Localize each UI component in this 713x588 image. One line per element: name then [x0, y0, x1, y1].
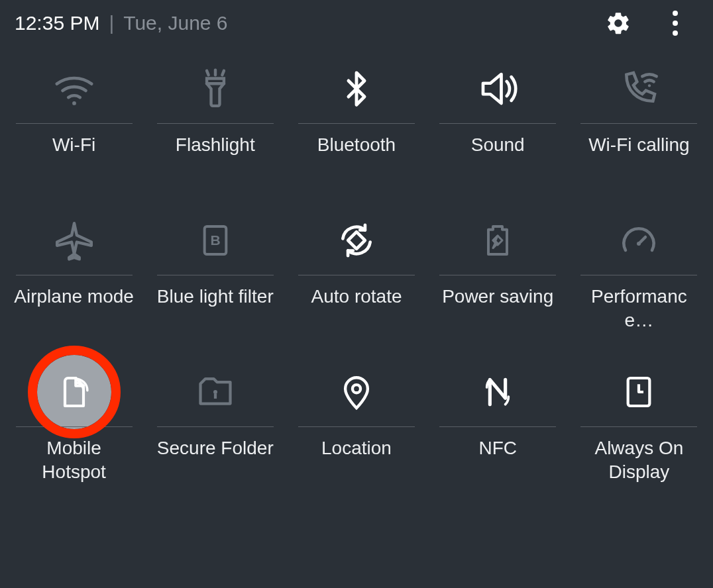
- clock-time: 12:35 PM: [15, 12, 99, 34]
- sound-icon: [476, 67, 520, 111]
- bluelight-icon: B: [197, 222, 234, 259]
- tile-bluelight[interactable]: B Blue light filter: [154, 207, 276, 332]
- tile-divider: [580, 123, 697, 124]
- location-icon: [337, 373, 376, 411]
- securefolder-icon: [195, 372, 235, 412]
- autorotate-icon: [336, 220, 377, 261]
- tile-airplane[interactable]: Airplane mode: [13, 207, 135, 332]
- tile-label[interactable]: NFC: [478, 436, 517, 484]
- tile-icon-wrap: [13, 359, 135, 425]
- tile-divider: [298, 275, 415, 275]
- svg-point-0: [72, 101, 76, 105]
- tile-divider: [439, 275, 556, 275]
- tile-label[interactable]: Power saving: [442, 285, 553, 332]
- tile-divider: [298, 426, 415, 427]
- svg-point-5: [648, 84, 651, 87]
- tile-powersaving[interactable]: Power saving: [437, 207, 559, 332]
- header-right: [604, 9, 694, 37]
- tile-label[interactable]: Location: [321, 436, 392, 484]
- tile-icon-wrap: [296, 207, 417, 273]
- tile-label[interactable]: Wi-Fi: [52, 133, 95, 181]
- svg-point-13: [353, 385, 360, 393]
- nfc-icon: [479, 373, 516, 411]
- settings-button[interactable]: [604, 9, 632, 37]
- tile-label[interactable]: Always On Display: [578, 436, 700, 484]
- tile-divider: [16, 426, 133, 427]
- tile-flashlight[interactable]: Flashlight: [154, 56, 276, 181]
- tile-divider: [580, 426, 697, 427]
- tile-icon-wrap: [437, 56, 559, 122]
- tile-divider: [157, 123, 274, 124]
- tile-wifi-calling[interactable]: Wi-Fi calling: [578, 56, 700, 181]
- tile-label[interactable]: Flashlight: [176, 133, 255, 181]
- tile-nfc[interactable]: NFC: [437, 359, 559, 484]
- svg-text:B: B: [210, 232, 220, 248]
- tile-icon-wrap: [13, 207, 135, 273]
- tile-icon-wrap: [437, 207, 559, 273]
- tile-icon-wrap: [437, 359, 559, 425]
- tile-label[interactable]: Airplane mode: [14, 285, 134, 332]
- performance-icon: [619, 220, 659, 260]
- tile-label[interactable]: Blue light filter: [157, 285, 274, 332]
- tile-icon-wrap: [154, 56, 276, 122]
- tile-wifi[interactable]: Wi-Fi: [13, 56, 135, 181]
- more-icon: [673, 11, 678, 16]
- tile-divider: [580, 275, 697, 275]
- tile-divider: [157, 275, 274, 275]
- tile-divider: [157, 426, 274, 427]
- tile-icon-wrap: [578, 207, 700, 273]
- quick-settings-grid: Wi-Fi Flashlight Bluetooth Sound Wi-Fi c…: [0, 42, 713, 484]
- tile-aod[interactable]: Always On Display: [578, 359, 700, 484]
- aod-icon: [620, 373, 657, 411]
- tile-icon-wrap: [154, 359, 276, 425]
- tile-divider: [439, 123, 556, 124]
- flashlight-icon: [195, 68, 236, 109]
- separator: |: [109, 12, 114, 34]
- tile-icon-wrap: [13, 56, 135, 122]
- header-left: 12:35 PM | Tue, June 6: [15, 12, 228, 34]
- tile-label[interactable]: Mobile Hotspot: [13, 436, 135, 484]
- clock-date: Tue, June 6: [123, 12, 227, 34]
- tile-icon-wrap: B: [154, 207, 276, 273]
- gear-icon: [605, 10, 631, 36]
- tile-divider: [16, 123, 133, 124]
- airplane-icon: [54, 220, 95, 261]
- svg-line-3: [222, 71, 224, 75]
- tile-hotspot[interactable]: Mobile Hotspot: [13, 359, 135, 484]
- wifi-calling-icon: [618, 68, 660, 110]
- tile-label[interactable]: Auto rotate: [311, 285, 402, 332]
- svg-point-10: [637, 242, 641, 246]
- tile-label[interactable]: Performanc e…: [578, 285, 700, 332]
- svg-rect-8: [348, 232, 365, 249]
- tile-performance[interactable]: Performanc e…: [578, 207, 700, 332]
- tile-sound[interactable]: Sound: [437, 56, 559, 181]
- tile-bluetooth[interactable]: Bluetooth: [296, 56, 417, 181]
- tile-label[interactable]: Sound: [471, 133, 525, 181]
- tile-label[interactable]: Secure Folder: [157, 436, 274, 484]
- tile-securefolder[interactable]: Secure Folder: [154, 359, 276, 484]
- more-button[interactable]: [661, 9, 689, 37]
- tile-icon-wrap: [296, 359, 417, 425]
- tile-autorotate[interactable]: Auto rotate: [296, 207, 417, 332]
- bluetooth-icon: [337, 70, 376, 108]
- tile-divider: [298, 123, 415, 124]
- svg-point-11: [213, 390, 217, 394]
- wifi-icon: [51, 66, 97, 112]
- tile-icon-wrap: [296, 56, 417, 122]
- tile-icon-wrap: [578, 359, 700, 425]
- tile-divider: [439, 426, 556, 427]
- hotspot-icon: [56, 373, 93, 411]
- tile-label[interactable]: Bluetooth: [317, 133, 396, 181]
- powersaving-icon: [479, 222, 516, 259]
- tile-location[interactable]: Location: [296, 359, 417, 484]
- status-header: 12:35 PM | Tue, June 6: [0, 0, 713, 42]
- tile-divider: [16, 275, 133, 275]
- tile-icon-wrap: [578, 56, 700, 122]
- svg-line-1: [207, 71, 209, 75]
- tile-label[interactable]: Wi-Fi calling: [588, 133, 689, 181]
